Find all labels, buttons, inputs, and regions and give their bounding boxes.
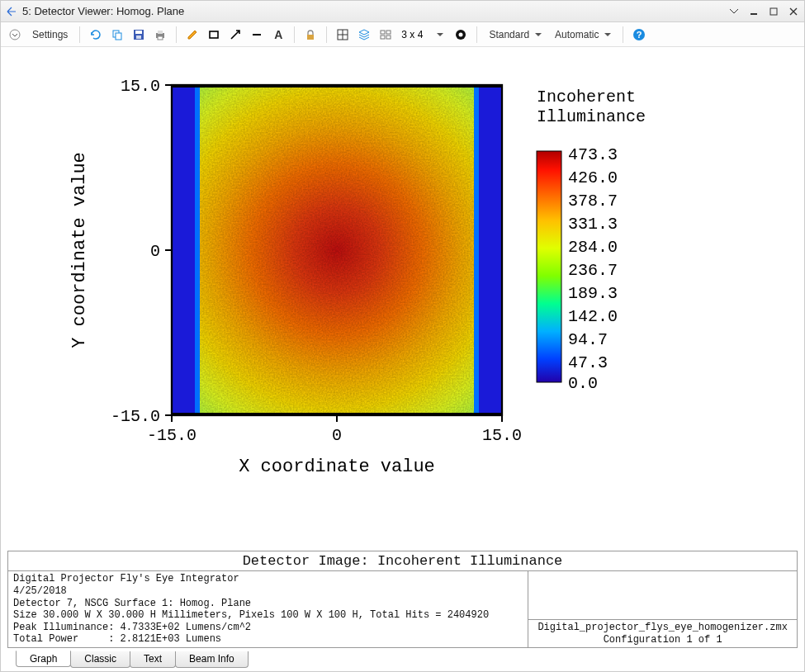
info-title: Detector Image: Incoherent Illuminance <box>8 551 797 571</box>
grid-dropdown[interactable] <box>429 26 448 44</box>
info-file: Digital_projector_flys_eye_homogenizer.z… <box>528 620 797 647</box>
refresh-icon[interactable] <box>87 26 105 44</box>
cb-8: 94.7 <box>568 330 608 349</box>
svg-rect-0 <box>751 13 757 15</box>
x-tick-2: 15.0 <box>481 426 521 445</box>
copy-icon[interactable] <box>108 26 126 44</box>
info-text: Digital Projector Fly's Eye Integrator 4… <box>8 571 528 647</box>
svg-rect-4 <box>116 33 121 40</box>
legend-title-2: Illuminance <box>537 107 646 126</box>
svg-rect-9 <box>158 31 163 34</box>
legend-title-1: Incoherent <box>537 88 636 106</box>
pencil-icon[interactable] <box>183 26 201 44</box>
grid-size-label: 3 x 4 <box>401 29 423 40</box>
x-axis-label: X coordinate value <box>239 457 435 477</box>
help-icon[interactable]: ? <box>630 26 648 44</box>
cb-9: 47.3 <box>568 353 608 372</box>
svg-rect-25 <box>172 85 195 415</box>
detector-plot: -15.0 0 15.0 -15.0 0 15.0 X coordinate v… <box>56 60 750 506</box>
y-axis-label: Y coordinate value <box>69 152 90 348</box>
rect-icon[interactable] <box>205 26 223 44</box>
arrow-icon[interactable] <box>226 26 244 44</box>
svg-rect-28 <box>474 85 479 415</box>
svg-rect-10 <box>158 36 163 40</box>
svg-rect-1 <box>770 8 777 15</box>
title-bar: 5: Detector Viewer: Homog. Plane <box>1 1 804 22</box>
svg-rect-12 <box>307 35 314 40</box>
cb-7: 142.0 <box>568 307 618 326</box>
maximize-button[interactable] <box>768 6 779 17</box>
close-button[interactable] <box>788 6 799 17</box>
info-right-top <box>528 571 797 620</box>
chart-area: -15.0 0 15.0 -15.0 0 15.0 X coordinate v… <box>1 47 804 547</box>
standard-dropdown[interactable]: Standard <box>484 26 547 44</box>
info-panel: Detector Image: Incoherent Illuminance D… <box>7 551 798 648</box>
svg-rect-38 <box>537 151 561 382</box>
dropdown-icon[interactable] <box>728 6 740 17</box>
cb-0: 473.3 <box>568 145 618 164</box>
minimize-button[interactable] <box>748 6 760 17</box>
layers-icon[interactable] <box>355 26 373 44</box>
cb-3: 331.3 <box>568 215 618 234</box>
toolbar: Settings A 3 x 4 Standard Automatic ? <box>1 22 804 47</box>
cb-2: 378.7 <box>568 192 618 211</box>
fit-icon[interactable] <box>334 26 352 44</box>
cb-1: 426.0 <box>568 168 618 187</box>
tab-classic[interactable]: Classic <box>70 651 130 668</box>
save-icon[interactable] <box>130 26 148 44</box>
chevron-down-icon[interactable] <box>6 26 24 44</box>
print-icon[interactable] <box>151 26 169 44</box>
tab-beaminfo[interactable]: Beam Info <box>175 651 249 668</box>
automatic-dropdown[interactable]: Automatic <box>550 26 616 44</box>
svg-rect-16 <box>381 35 385 39</box>
x-tick-1: 0 <box>331 426 341 445</box>
tab-graph[interactable]: Graph <box>16 651 71 667</box>
svg-rect-26 <box>195 85 200 415</box>
cb-5: 236.7 <box>568 261 618 280</box>
svg-text:?: ? <box>637 30 642 40</box>
cb-4: 284.0 <box>568 238 618 257</box>
y-tick-1: 0 <box>149 242 159 261</box>
svg-rect-15 <box>386 31 391 34</box>
bottom-tabs: Graph Classic Text Beam Info <box>1 648 804 671</box>
window-title: 5: Detector Viewer: Homog. Plane <box>22 5 728 17</box>
text-icon[interactable]: A <box>269 26 287 44</box>
svg-rect-14 <box>381 31 385 34</box>
cb-10: 0.0 <box>568 374 598 393</box>
target-icon[interactable] <box>452 26 470 44</box>
grid-icon[interactable] <box>376 26 395 44</box>
settings-button[interactable]: Settings <box>27 26 73 44</box>
x-tick-0: -15.0 <box>146 426 196 445</box>
svg-rect-17 <box>386 35 391 39</box>
svg-rect-7 <box>136 35 141 39</box>
svg-rect-27 <box>479 85 502 415</box>
svg-point-19 <box>459 32 463 36</box>
line-icon[interactable] <box>248 26 266 44</box>
y-tick-0: -15.0 <box>110 407 159 426</box>
svg-point-2 <box>10 30 20 40</box>
tab-text[interactable]: Text <box>130 651 176 668</box>
svg-rect-24 <box>172 85 502 415</box>
svg-rect-11 <box>210 31 218 38</box>
app-icon <box>6 6 17 17</box>
svg-rect-6 <box>135 31 142 34</box>
lock-icon[interactable] <box>301 26 320 44</box>
y-tick-2: 15.0 <box>120 77 159 96</box>
cb-6: 189.3 <box>568 284 618 303</box>
